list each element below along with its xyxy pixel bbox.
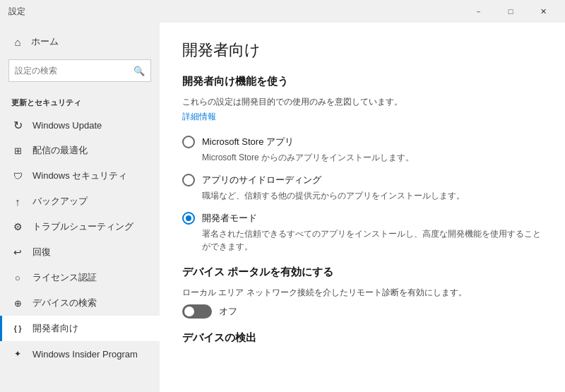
sidebar-item-developer[interactable]: 開発者向け xyxy=(0,316,160,341)
portal-section-title: デバイス ポータルを有効にする xyxy=(182,266,542,279)
close-button[interactable]: ✕ xyxy=(527,0,559,23)
option-store: Microsoft Store アプリ Microsoft Store からのみ… xyxy=(182,136,542,164)
feature-section-title: 開発者向け機能を使う xyxy=(182,75,542,88)
option-sideload-label: アプリのサイドローディング xyxy=(202,174,321,186)
sidebar-item-recovery[interactable]: 回復 xyxy=(0,239,160,265)
option-store-label: Microsoft Store アプリ xyxy=(202,136,294,148)
radio-store[interactable] xyxy=(182,136,195,148)
troubleshoot-icon xyxy=(11,220,24,233)
home-nav-item[interactable]: ホーム xyxy=(0,28,160,55)
sidebar-label-windows-update: Windows Update xyxy=(32,120,102,131)
sidebar-item-delivery[interactable]: 配信の最適化 xyxy=(0,138,160,163)
search-input[interactable] xyxy=(15,66,129,76)
sidebar-label-recovery: 回復 xyxy=(32,246,51,259)
detail-link[interactable]: 詳細情報 xyxy=(182,111,216,123)
delivery-icon xyxy=(11,144,24,157)
home-label: ホーム xyxy=(31,35,59,48)
sidebar-label-insider: Windows Insider Program xyxy=(32,349,138,360)
search-icon: 🔍 xyxy=(133,66,145,76)
insider-icon xyxy=(11,348,24,360)
sidebar-item-security[interactable]: Windows セキュリティ xyxy=(0,163,160,189)
sidebar-item-insider[interactable]: Windows Insider Program xyxy=(0,341,160,367)
main-content: 開発者向け 開発者向け機能を使う これらの設定は開発目的での使用のみを意図してい… xyxy=(160,23,565,392)
search-box[interactable]: 🔍 xyxy=(8,59,151,82)
update-icon xyxy=(11,119,24,131)
option-devmode-desc: 署名された信頼できるすべてのアプリをインストールし、高度な開発機能を使用すること… xyxy=(202,227,541,253)
option-devmode-row[interactable]: 開発者モード xyxy=(182,212,542,225)
maximize-button[interactable]: □ xyxy=(494,0,527,23)
sidebar-label-developer: 開発者向け xyxy=(32,322,78,335)
sidebar-label-delivery: 配信の最適化 xyxy=(32,144,88,157)
page-title: 開発者向け xyxy=(182,40,542,61)
recovery-icon xyxy=(11,246,24,259)
option-sideload-desc: 職場など、信頼する他の提供元からのアプリをインストールします。 xyxy=(202,189,541,202)
feature-description: これらの設定は開発目的での使用のみを意図しています。 xyxy=(182,95,542,108)
option-sideload-row[interactable]: アプリのサイドローディング xyxy=(182,174,542,186)
home-icon xyxy=(11,35,24,48)
window-controls: － □ ✕ xyxy=(462,0,559,23)
sidebar-item-troubleshoot[interactable]: トラブルシューティング xyxy=(0,214,160,239)
sidebar-label-security: Windows セキュリティ xyxy=(32,170,127,182)
device-find-icon xyxy=(11,297,24,309)
device-section-title: デバイスの検出 xyxy=(182,331,542,345)
sidebar-item-device-find[interactable]: デバイスの検索 xyxy=(0,290,160,316)
portal-section: デバイス ポータルを有効にする ローカル エリア ネットワーク接続を介したリモー… xyxy=(182,266,542,319)
app-container: ホーム 🔍 更新とセキュリティ Windows Update 配信の最適化 Wi… xyxy=(0,23,565,392)
sidebar-label-license: ライセンス認証 xyxy=(32,271,97,284)
portal-description: ローカル エリア ネットワーク接続を介したリモート診断を有効にします。 xyxy=(182,286,542,299)
minimize-button[interactable]: － xyxy=(462,0,494,23)
license-icon xyxy=(11,271,24,284)
portal-toggle-label: オフ xyxy=(219,305,237,318)
backup-icon xyxy=(11,195,24,208)
device-section: デバイスの検出 xyxy=(182,331,542,345)
sidebar-section-header: 更新とセキュリティ xyxy=(0,89,160,112)
sidebar-item-license[interactable]: ライセンス認証 xyxy=(0,265,160,290)
portal-toggle[interactable] xyxy=(182,304,212,319)
sidebar: ホーム 🔍 更新とセキュリティ Windows Update 配信の最適化 Wi… xyxy=(0,23,160,392)
sidebar-item-backup[interactable]: バックアップ xyxy=(0,189,160,214)
sidebar-item-windows-update[interactable]: Windows Update xyxy=(0,112,160,138)
sidebar-label-backup: バックアップ xyxy=(32,195,88,208)
developer-icon xyxy=(11,322,24,335)
title-bar: 設定 － □ ✕ xyxy=(0,0,565,23)
option-sideload: アプリのサイドローディング 職場など、信頼する他の提供元からのアプリをインストー… xyxy=(182,174,542,202)
shield-icon xyxy=(11,170,24,182)
option-store-row[interactable]: Microsoft Store アプリ xyxy=(182,136,542,148)
sidebar-label-troubleshoot: トラブルシューティング xyxy=(32,220,133,233)
portal-toggle-row: オフ xyxy=(182,304,542,319)
app-title: 設定 xyxy=(8,6,25,18)
radio-sideload[interactable] xyxy=(182,174,195,186)
radio-devmode[interactable] xyxy=(182,212,195,225)
option-store-desc: Microsoft Store からのみアプリをインストールします。 xyxy=(202,151,541,164)
option-devmode: 開発者モード 署名された信頼できるすべてのアプリをインストールし、高度な開発機能… xyxy=(182,212,542,253)
sidebar-label-device-find: デバイスの検索 xyxy=(32,297,97,309)
option-devmode-label: 開発者モード xyxy=(202,212,257,225)
